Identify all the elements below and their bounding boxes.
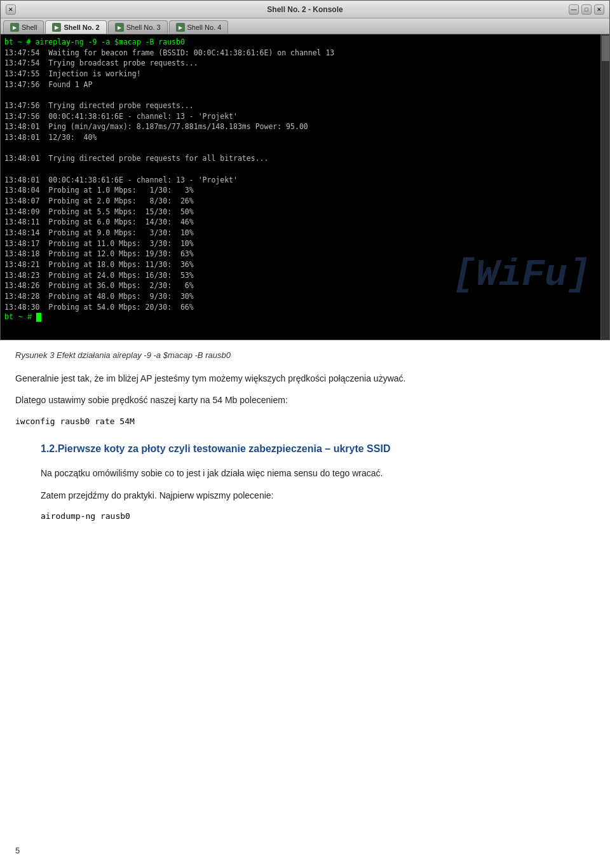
scrollbar-thumb[interactable]	[602, 36, 609, 61]
code-block-2: airodump-ng rausb0	[15, 511, 595, 521]
figure-caption: Rysunek 3 Efekt działania aireplay -9 -a…	[15, 350, 595, 360]
page-content: Rysunek 3 Efekt działania aireplay -9 -a…	[0, 340, 610, 544]
terminal-output[interactable]: bt ~ # aireplay-ng -9 -a $macap -B rausb…	[1, 34, 609, 340]
titlebar-buttons: ✕	[6, 4, 16, 15]
titlebar: ✕ Shell No. 2 - Konsole — □ ✕	[1, 1, 609, 18]
tab-label-1: Shell	[22, 24, 37, 31]
section-heading: 1.2.Pierwsze koty za płoty czyli testowa…	[15, 442, 595, 456]
terminal-prompt: bt ~ #	[4, 312, 606, 323]
paragraph-4: Zatem przejdźmy do praktyki. Najpierw wp…	[15, 488, 595, 502]
terminal-window: ✕ Shell No. 2 - Konsole — □ ✕ ▶ Shell ▶ …	[0, 0, 610, 340]
window-title: Shell No. 2 - Konsole	[267, 5, 342, 14]
paragraph-3: Na początku omówiliśmy sobie co to jest …	[15, 466, 595, 480]
tab-label-3: Shell No. 3	[126, 24, 161, 31]
code-iwconfig: iwconfig rausb0 rate 54M	[15, 417, 135, 426]
tab-shell-4[interactable]: ▶ Shell No. 4	[169, 20, 229, 34]
tab-label-2: Shell No. 2	[64, 24, 99, 31]
scrollbar[interactable]	[600, 34, 609, 340]
titlebar-right-controls: — □ ✕	[569, 4, 604, 15]
close-right-button[interactable]: ✕	[594, 4, 604, 15]
tab-bar: ▶ Shell ▶ Shell No. 2 ▶ Shell No. 3 ▶ Sh…	[1, 18, 609, 34]
maximize-button[interactable]: □	[581, 4, 592, 15]
tab-shell-1[interactable]: ▶ Shell	[3, 20, 44, 34]
tab-icon-4: ▶	[176, 23, 185, 32]
cursor	[36, 313, 41, 322]
tab-icon-2: ▶	[52, 23, 61, 32]
code-block-1: iwconfig rausb0 rate 54M	[15, 417, 595, 427]
tab-icon-1: ▶	[10, 23, 19, 32]
tab-shell-3[interactable]: ▶ Shell No. 3	[108, 20, 168, 34]
tab-label-4: Shell No. 4	[187, 24, 222, 31]
paragraph-1: Generalnie jest tak, że im bliżej AP jes…	[15, 371, 595, 385]
tab-shell-2[interactable]: ▶ Shell No. 2	[45, 20, 106, 34]
page-number: 5	[15, 846, 20, 855]
close-button[interactable]: ✕	[6, 4, 16, 15]
minimize-button[interactable]: —	[569, 4, 579, 15]
tab-icon-3: ▶	[115, 23, 124, 32]
terminal-text: bt ~ # aireplay-ng -9 -a $macap -B rausb…	[4, 37, 606, 312]
paragraph-2: Dlatego ustawimy sobie prędkość naszej k…	[15, 393, 595, 407]
code-airodump: airodump-ng rausb0	[41, 511, 130, 521]
